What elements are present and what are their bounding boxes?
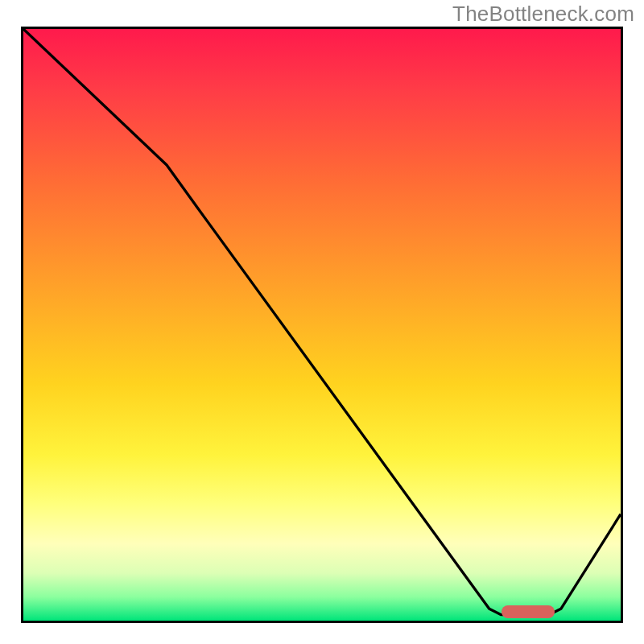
watermark-label: TheBottleneck.com	[452, 2, 634, 27]
bottleneck-curve	[23, 29, 621, 621]
plot-frame	[21, 27, 623, 623]
optimal-zone-marker	[502, 605, 555, 618]
chart-page: TheBottleneck.com	[0, 0, 644, 644]
